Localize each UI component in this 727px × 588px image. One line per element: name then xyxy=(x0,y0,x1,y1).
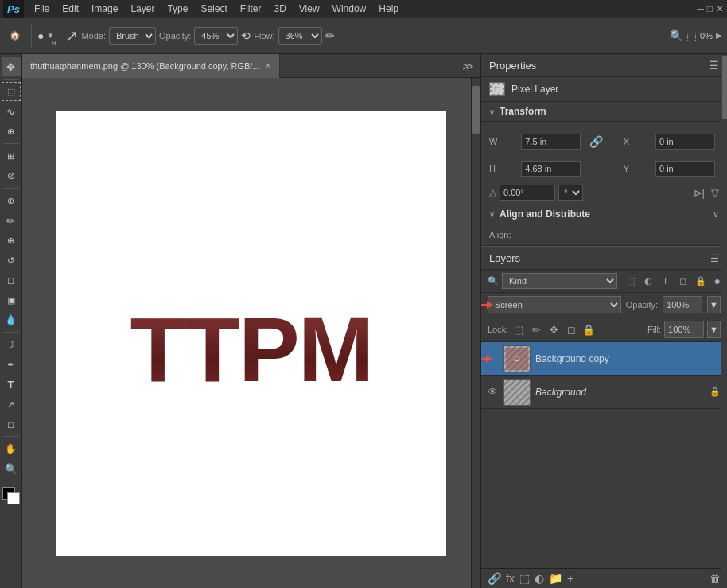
flow-dropdown[interactable]: 36% xyxy=(278,27,322,45)
fill-input[interactable] xyxy=(664,321,704,338)
toolbar-sep-2 xyxy=(60,24,60,48)
tool-brush[interactable]: ✏ xyxy=(2,211,21,230)
type-filter-icon[interactable]: T xyxy=(659,274,673,288)
tool-crop[interactable]: ⊞ xyxy=(2,146,21,165)
airbrush-icon[interactable]: ⟲ xyxy=(241,29,251,42)
x-input[interactable] xyxy=(655,134,715,150)
tool-spot[interactable]: ⊕ xyxy=(2,191,21,210)
mode-dropdown[interactable]: Brush xyxy=(109,27,156,45)
pixel-filter-icon[interactable]: ⬚ xyxy=(624,274,638,288)
menu-edit[interactable]: Edit xyxy=(56,2,84,16)
tool-blur[interactable]: 💧 xyxy=(2,310,21,329)
window-icon[interactable]: ⬚ xyxy=(686,29,697,42)
tool-dodge[interactable]: ☽ xyxy=(2,335,21,354)
add-adjustment-btn[interactable]: ◐ xyxy=(535,572,544,585)
lock-autoselect-btn[interactable]: ◻ xyxy=(564,322,578,337)
lock-artboards-btn[interactable]: ✥ xyxy=(546,322,561,337)
canvas-scroll-area[interactable]: TTPM xyxy=(22,78,480,588)
brush-selector[interactable]: ● ▼ 9 xyxy=(37,29,54,42)
opacity-dropdown[interactable]: 45% xyxy=(194,27,238,45)
align-chevron[interactable]: ∨ xyxy=(489,210,495,219)
rotation-dropdown[interactable]: ° xyxy=(558,185,583,201)
menu-type[interactable]: Type xyxy=(161,2,193,16)
home-button[interactable]: 🏠 xyxy=(5,27,25,44)
canvas-tab[interactable]: thuthuatphanmem.png @ 130% (Background c… xyxy=(22,54,280,78)
menu-view[interactable]: View xyxy=(294,2,325,16)
transform-chevron[interactable]: ∨ xyxy=(489,107,495,116)
width-input[interactable] xyxy=(521,134,581,150)
x-label: X xyxy=(624,137,636,146)
layers-menu-btn[interactable]: ☰ xyxy=(710,253,719,264)
tool-path[interactable]: ↗ xyxy=(2,395,21,414)
menu-select[interactable]: Select xyxy=(195,2,232,16)
layer-visibility-bg[interactable]: 👁 xyxy=(488,386,499,398)
v-scroll-thumb[interactable] xyxy=(472,86,480,134)
layer-row-background[interactable]: 👁 Background 🔒 xyxy=(481,376,727,409)
delete-layer-btn[interactable]: 🗑 xyxy=(710,572,721,585)
tool-zoom[interactable]: 🔍 xyxy=(2,459,21,478)
tool-type[interactable]: T xyxy=(2,375,21,394)
tool-quickselect[interactable]: ⊕ xyxy=(2,122,21,141)
toolbar-sep-1 xyxy=(31,24,32,48)
lock-pixels-btn[interactable]: ⬚ xyxy=(511,322,526,337)
tool-marquee[interactable]: ⬚ xyxy=(2,82,21,101)
panel-scrollbar[interactable] xyxy=(721,54,727,588)
step1-arrowhead xyxy=(486,355,492,363)
v-scrollbar[interactable] xyxy=(471,78,480,588)
tool-move[interactable]: ✥ xyxy=(2,57,21,76)
tool-hand[interactable]: ✋ xyxy=(2,439,21,458)
shape-filter-icon[interactable]: ◻ xyxy=(676,274,690,288)
menu-image[interactable]: Image xyxy=(86,2,123,16)
align-title: Align and Distribute xyxy=(500,208,590,220)
link-layers-btn[interactable]: 🔗 xyxy=(488,572,501,585)
tool-shape[interactable]: ◻ xyxy=(2,415,21,434)
maximize-btn[interactable]: □ xyxy=(707,3,713,14)
stylus-icon[interactable]: ✏ xyxy=(325,29,335,42)
adjustment-filter-icon[interactable]: ◐ xyxy=(641,274,655,288)
blend-mode-dropdown[interactable]: Screen Normal Multiply Overlay xyxy=(488,296,621,313)
search-icon[interactable]: 🔍 xyxy=(670,29,683,42)
fill-dropdown-btn[interactable]: ▼ xyxy=(707,321,721,338)
add-mask-btn[interactable]: ⬚ xyxy=(519,572,530,585)
minimize-btn[interactable]: ─ xyxy=(697,3,704,14)
tool-eyedropper[interactable]: ⊘ xyxy=(2,166,21,185)
y-input[interactable] xyxy=(655,161,715,177)
add-folder-btn[interactable]: 📁 xyxy=(549,572,562,585)
filter-toggle[interactable]: ● xyxy=(714,275,721,287)
menu-filter[interactable]: Filter xyxy=(235,2,267,16)
properties-menu-btn[interactable]: ☰ xyxy=(709,59,719,72)
flip-v-icon[interactable]: ▽ xyxy=(711,187,719,199)
canvas-tab-close[interactable]: ✕ xyxy=(265,61,271,70)
lock-all-btn[interactable]: 🔒 xyxy=(581,322,596,337)
panel-collapse-btn[interactable]: ≫ xyxy=(456,60,480,72)
lock-position-btn[interactable]: ✏ xyxy=(529,322,543,337)
rotation-input[interactable] xyxy=(500,185,555,201)
opacity-input[interactable] xyxy=(663,296,702,313)
rotation-row: △ ° ⊳| ▽ xyxy=(481,181,727,204)
align-menu[interactable]: ∨ xyxy=(713,209,719,220)
layers-list[interactable]: 👁 ⬚ Background copy 1 👁 xyxy=(481,342,727,568)
menu-3d[interactable]: 3D xyxy=(268,2,291,16)
menu-file[interactable]: File xyxy=(29,2,55,16)
tool-history[interactable]: ↺ xyxy=(2,251,21,270)
menu-layer[interactable]: Layer xyxy=(125,2,160,16)
tool-eraser[interactable]: ◻ xyxy=(2,271,21,290)
menu-help[interactable]: Help xyxy=(373,2,404,16)
height-input[interactable] xyxy=(521,161,581,177)
add-layer-btn[interactable]: + xyxy=(567,572,573,585)
smart-filter-icon[interactable]: 🔒 xyxy=(694,274,708,288)
close-btn[interactable]: ✕ xyxy=(716,3,724,14)
flip-h-icon[interactable]: ⊳| xyxy=(694,187,705,199)
fg-color[interactable] xyxy=(2,487,20,504)
tool-pen[interactable]: ✒ xyxy=(2,355,21,374)
layer-row-background-copy[interactable]: 👁 ⬚ Background copy 1 xyxy=(481,342,727,376)
add-style-btn[interactable]: fx xyxy=(506,572,515,585)
kind-dropdown[interactable]: Kind xyxy=(502,273,617,289)
opacity-dropdown-btn[interactable]: ▼ xyxy=(707,296,721,313)
tool-clone[interactable]: ⊕ xyxy=(2,231,21,250)
tool-lasso[interactable]: ∿ xyxy=(2,102,21,121)
link-icon[interactable]: 🔗 xyxy=(588,126,604,158)
panel-scroll-thumb[interactable] xyxy=(722,56,727,119)
menu-window[interactable]: Window xyxy=(327,2,372,16)
tool-gradient[interactable]: ▣ xyxy=(2,290,21,310)
